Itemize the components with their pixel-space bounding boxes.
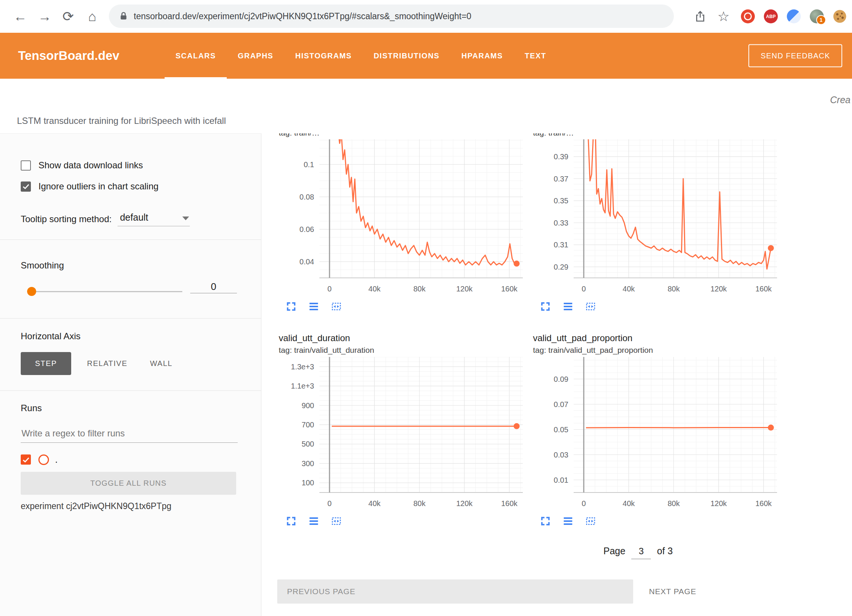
page-of-label: of 3 <box>657 546 673 557</box>
previous-page-button[interactable]: PREVIOUS PAGE <box>277 579 633 604</box>
page-label: Page <box>603 546 625 557</box>
cookie-extension-icon[interactable] <box>833 9 847 23</box>
wall-axis-button[interactable]: WALL <box>148 359 175 368</box>
lock-icon <box>119 11 128 21</box>
send-feedback-button[interactable]: SEND FEEDBACK <box>748 44 842 67</box>
profile-avatar[interactable]: 1 <box>810 9 824 23</box>
next-page-button[interactable]: NEXT PAGE <box>647 579 698 604</box>
svg-text:0.37: 0.37 <box>554 175 568 183</box>
subheader: Crea LSTM transducer training for LibriS… <box>0 79 852 133</box>
bookmark-star-icon[interactable]: ☆ <box>715 8 732 25</box>
expand-chart-button[interactable] <box>285 300 298 313</box>
fit-domain-button[interactable] <box>330 515 343 528</box>
fullscreen-icon <box>286 515 297 527</box>
svg-text:500: 500 <box>302 440 314 448</box>
fullscreen-icon <box>286 301 297 312</box>
smoothing-slider[interactable] <box>29 291 182 292</box>
settings-sidebar: Show data download links Ignore outliers… <box>0 133 261 616</box>
brand-logo[interactable]: TensorBoard.dev <box>18 49 119 63</box>
relative-axis-button[interactable]: RELATIVE <box>85 359 130 368</box>
svg-text:120k: 120k <box>456 285 473 293</box>
blocker-ring <box>744 12 752 20</box>
svg-text:0.04: 0.04 <box>299 258 314 266</box>
svg-text:80k: 80k <box>413 285 426 293</box>
fit-domain-button[interactable] <box>584 515 597 528</box>
smoothing-label: Smoothing <box>21 260 64 271</box>
scalar-chart[interactable]: 0.010.030.050.070.09040k80k120k160k <box>533 357 782 511</box>
fit-domain-button[interactable] <box>330 300 343 313</box>
page-number-input[interactable] <box>631 546 651 559</box>
run-name: . <box>55 454 58 465</box>
smoothing-slider-thumb[interactable] <box>27 287 36 296</box>
misc-extension-icon[interactable] <box>787 9 801 23</box>
tooltip-sorting-label: Tooltip sorting method: <box>21 214 111 224</box>
expand-chart-button[interactable] <box>285 515 298 528</box>
svg-text:80k: 80k <box>413 499 426 508</box>
data-table-icon <box>308 515 319 527</box>
chart-title: valid_utt_duration <box>279 333 350 343</box>
svg-text:40k: 40k <box>368 499 381 508</box>
toggle-all-runs-button[interactable]: TOGGLE ALL RUNS <box>21 472 236 495</box>
svg-text:160k: 160k <box>756 285 772 293</box>
tab-hparams[interactable]: HPARAMS <box>450 33 514 79</box>
tab-scalars[interactable]: SCALARS <box>165 33 227 79</box>
share-icon[interactable] <box>694 11 706 23</box>
abp-extension-icon[interactable]: ABP <box>764 9 778 23</box>
show-download-label: Show data download links <box>38 160 143 171</box>
svg-text:0.39: 0.39 <box>554 152 568 161</box>
chart-card: valid_utt_duration tag: train/valid_utt_… <box>279 333 527 544</box>
forward-button[interactable]: → <box>36 7 54 26</box>
ignore-outliers-checkbox[interactable] <box>21 181 31 192</box>
browser-toolbar: ← → ⟳ ⌂ tensorboard.dev/experiment/cj2vt… <box>0 0 852 33</box>
chart-toolbar <box>539 300 597 313</box>
toggle-data-button[interactable] <box>562 300 574 313</box>
svg-text:120k: 120k <box>710 499 727 508</box>
fit-domain-button[interactable] <box>584 300 597 313</box>
chart-tag: tag: train/valid_utt_pad_proportion <box>533 346 653 355</box>
svg-text:40k: 40k <box>623 285 635 293</box>
svg-text:100: 100 <box>302 479 314 487</box>
expand-chart-button[interactable] <box>539 515 552 528</box>
run-checkbox[interactable] <box>21 454 31 465</box>
avatar-badge: 1 <box>816 15 826 25</box>
blocker-extension-icon[interactable] <box>741 9 755 23</box>
tooltip-sorting-select[interactable]: default <box>118 212 190 226</box>
toggle-data-button[interactable] <box>307 300 320 313</box>
scalar-chart[interactable]: 1003005007009001.1e+31.3e+3040k80k120k16… <box>279 357 527 511</box>
refresh-button[interactable]: ⟳ <box>60 7 76 26</box>
tab-text[interactable]: TEXT <box>514 33 557 79</box>
smoothing-value-input[interactable] <box>190 281 237 293</box>
toggle-data-button[interactable] <box>307 515 320 528</box>
svg-text:120k: 120k <box>456 499 473 508</box>
runs-filter-input[interactable] <box>21 424 238 443</box>
show-download-checkbox[interactable] <box>21 160 31 171</box>
toggle-data-button[interactable] <box>562 515 574 528</box>
step-axis-button[interactable]: STEP <box>21 352 71 375</box>
fullscreen-icon <box>540 515 551 527</box>
home-button[interactable]: ⌂ <box>86 7 99 26</box>
url-bar[interactable]: tensorboard.dev/experiment/cj2vtPiwQHKN9… <box>109 5 674 28</box>
svg-text:40k: 40k <box>368 285 381 293</box>
svg-text:0: 0 <box>327 499 331 508</box>
svg-text:0.06: 0.06 <box>299 225 314 233</box>
chart-card: tag: train/… 0.040.060.080.1040k80k120k1… <box>279 133 527 329</box>
browser-toolbar-right: ☆ ABP 1 <box>694 0 847 33</box>
expand-chart-button[interactable] <box>539 300 552 313</box>
check-icon <box>22 182 30 191</box>
back-button[interactable]: ← <box>11 7 29 26</box>
chart-title: valid_utt_pad_proportion <box>533 333 632 343</box>
tab-graphs[interactable]: GRAPHS <box>227 33 284 79</box>
scalar-chart[interactable]: 0.290.310.330.350.370.39040k80k120k160k <box>533 139 782 297</box>
svg-text:0.33: 0.33 <box>554 219 568 227</box>
scalar-chart[interactable]: 0.040.060.080.1040k80k120k160k <box>279 139 527 297</box>
tab-distributions[interactable]: DISTRIBUTIONS <box>363 33 450 79</box>
svg-text:40k: 40k <box>623 499 635 508</box>
tab-histograms[interactable]: HISTOGRAMS <box>284 33 363 79</box>
svg-text:0.05: 0.05 <box>554 425 568 434</box>
svg-text:0.01: 0.01 <box>554 476 568 484</box>
svg-text:0.07: 0.07 <box>554 400 568 409</box>
svg-text:80k: 80k <box>667 285 680 293</box>
svg-text:900: 900 <box>302 401 314 410</box>
svg-text:300: 300 <box>302 459 314 468</box>
svg-text:160k: 160k <box>756 499 772 508</box>
